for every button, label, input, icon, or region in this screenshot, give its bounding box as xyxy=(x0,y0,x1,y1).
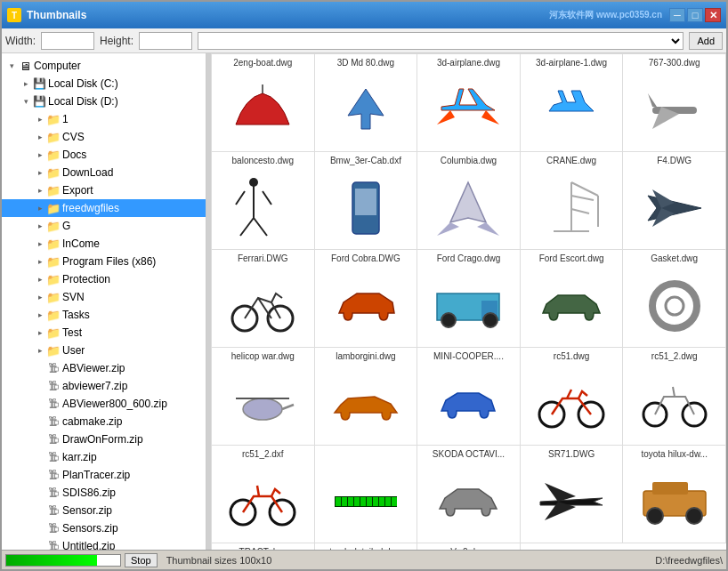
tree-item-abviewer-zip[interactable]: 🗜ABViewer.zip xyxy=(2,359,206,377)
thumbnail-label: toyota hilux-dw... xyxy=(627,449,722,462)
thumbnail-image xyxy=(627,366,722,441)
thumbnail-image xyxy=(524,463,619,539)
thumbnail-image xyxy=(421,463,516,539)
thumbnail-cell[interactable]: Vw2.dwg xyxy=(417,543,521,550)
tree-item-local-c[interactable]: ▸💾Local Disk (C:) xyxy=(2,75,206,92)
expand-icon xyxy=(34,451,46,463)
tree-item-sensors-zip[interactable]: 🗜Sensors.zip xyxy=(2,519,206,537)
item-icon: 🗜 xyxy=(46,361,61,375)
tree-item-freedwgfiles[interactable]: ▸📁freedwgfiles xyxy=(2,199,206,217)
item-label: freedwgfiles xyxy=(62,202,119,214)
thumbnail-cell[interactable]: baloncesto.dwg xyxy=(212,152,315,250)
tree-item-computer[interactable]: ▾🖥Computer xyxy=(2,57,206,75)
thumbnail-cell[interactable]: Ferrari.DWG xyxy=(212,250,315,348)
tree-item-sensor-zip[interactable]: 🗜Sensor.zip xyxy=(2,502,206,519)
stop-button[interactable]: Stop xyxy=(125,553,158,567)
thumbnail-cell[interactable]: Ford Crago.dwg xyxy=(417,250,521,348)
thumbnail-image xyxy=(215,463,311,539)
app-icon: T xyxy=(7,8,21,22)
thumbnail-cell[interactable]: truck-detailed.dwg xyxy=(315,543,418,550)
tree-item-cvs[interactable]: ▸📁CVS xyxy=(2,128,206,146)
item-icon: 📁 xyxy=(46,343,61,358)
expand-icon: ▾ xyxy=(20,95,32,108)
tree-item-1[interactable]: ▸📁1 xyxy=(2,110,206,128)
svg-point-42 xyxy=(686,508,702,524)
thumbnail-cell[interactable]: SKODA OCTAVI... xyxy=(417,446,521,543)
thumbnail-cell[interactable]: 2eng-boat.dwg xyxy=(212,54,315,152)
tree-item-svn[interactable]: ▸📁SVN xyxy=(2,288,206,306)
maximize-button[interactable]: □ xyxy=(687,8,703,22)
tree-item-download[interactable]: ▸📁DownLoad xyxy=(2,164,206,181)
tree-item-plantracer-zip[interactable]: 🗜PlanTracer.zip xyxy=(2,466,206,484)
item-label: Local Disk (C:) xyxy=(48,77,118,90)
height-input[interactable] xyxy=(139,32,192,50)
thumbnail-cell[interactable]: Ford Escort.dwg xyxy=(521,250,624,348)
tree-item-test[interactable]: ▸📁Test xyxy=(2,324,206,342)
thumbnail-label: Ferrari.DWG xyxy=(215,253,311,266)
tree-item-programfiles[interactable]: ▸📁Program Files (x86) xyxy=(2,253,206,270)
thumbnail-grid: 2eng-boat.dwg3D Md 80.dwg3d-airplane.dwg… xyxy=(211,53,726,550)
thumbnail-image xyxy=(421,170,516,245)
tree-item-protection[interactable]: ▸📁Protection xyxy=(2,270,206,288)
thumbnail-cell[interactable]: Bmw_3er-Cab.dxf xyxy=(315,152,418,250)
expand-icon xyxy=(34,433,46,446)
tree-item-user[interactable]: ▸📁User xyxy=(2,342,206,359)
minimize-button[interactable]: ─ xyxy=(669,8,685,22)
thumbnail-cell[interactable]: Gasket.dwg xyxy=(623,250,726,348)
thumbnail-cell[interactable]: rc51_2.dxf xyxy=(212,446,315,543)
main-window: T Thumbnails 河东软件网 www.pc0359.cn ─ □ ✕ W… xyxy=(0,0,728,571)
tree-item-abviewer7-zip[interactable]: 🗜abviewer7.zip xyxy=(2,377,206,395)
svg-point-16 xyxy=(483,313,497,327)
thumbnail-cell[interactable]: rc51.dwg xyxy=(521,348,624,446)
thumbnail-cell[interactable]: 767-300.dwg xyxy=(623,54,726,152)
thumbnail-cell[interactable]: Ford Cobra.DWG xyxy=(315,250,418,348)
item-icon: 🗜 xyxy=(46,486,61,500)
thumbnail-cell[interactable]: SR71.DWG xyxy=(521,446,624,543)
thumbnail-cell[interactable]: 3d-airplane-1.dwg xyxy=(521,54,624,152)
thumbnail-cell[interactable]: 3D Md 80.dwg xyxy=(315,54,418,152)
thumbnail-label: Ford Cobra.DWG xyxy=(319,253,414,266)
item-icon: 📁 xyxy=(46,148,61,162)
tree-item-abviewer800-zip[interactable]: 🗜ABViewer800_600.zip xyxy=(2,395,206,413)
item-label: Program Files (x86) xyxy=(62,255,156,268)
width-input[interactable] xyxy=(41,32,94,50)
tree-item-export[interactable]: ▸📁Export xyxy=(2,181,206,199)
tree-item-sdis86-zip[interactable]: 🗜SDIS86.zip xyxy=(2,484,206,502)
thumbnail-cell[interactable]: MINI-COOPER.... xyxy=(417,348,521,446)
item-icon: 🗜 xyxy=(46,450,61,464)
thumbnail-cell[interactable]: lamborgini.dwg xyxy=(315,348,418,446)
thumbnail-cell[interactable]: TRACT.dwg xyxy=(212,543,315,550)
svg-rect-35 xyxy=(373,497,378,506)
thumbnail-label: rc51_2.dwg xyxy=(627,351,722,364)
format-select[interactable] xyxy=(198,32,684,50)
svg-rect-4 xyxy=(355,189,376,215)
thumbnail-cell[interactable]: CRANE.dwg xyxy=(521,152,624,250)
tree-item-untitled-zip[interactable]: 🗜Untitled.zip xyxy=(2,537,206,550)
tree-item-g[interactable]: ▸📁G xyxy=(2,217,206,235)
tree-item-drawonform-zip[interactable]: 🗜DrawOnForm.zip xyxy=(2,430,206,448)
close-button[interactable]: ✕ xyxy=(705,8,721,22)
thumbnail-cell[interactable]: 3d-airplane.dwg xyxy=(417,54,521,152)
thumbnail-cell[interactable]: rc51_2.dwg xyxy=(623,348,726,446)
thumbnail-cell[interactable]: F4.DWG xyxy=(623,152,726,250)
tree-item-income[interactable]: ▸📁InCome xyxy=(2,235,206,253)
tree-item-cabmake-zip[interactable]: 🗜cabmake.zip xyxy=(2,413,206,430)
thumbnail-cell[interactable]: Columbia.dwg xyxy=(417,152,521,250)
item-icon: 🗜 xyxy=(46,379,61,393)
svg-point-19 xyxy=(243,398,282,420)
thumbnail-cell[interactable]: helicop war.dwg xyxy=(212,348,315,446)
tree-item-local-d[interactable]: ▾💾Local Disk (D:) xyxy=(2,92,206,110)
item-label: Sensors.zip xyxy=(62,522,118,535)
tree-item-docs[interactable]: ▸📁Docs xyxy=(2,146,206,164)
tree-item-karr-zip[interactable]: 🗜karr.zip xyxy=(2,448,206,466)
svg-rect-34 xyxy=(367,497,372,506)
thumbnail-cell[interactable] xyxy=(315,446,418,543)
svg-rect-40 xyxy=(652,482,688,495)
item-icon: 🗜 xyxy=(46,397,61,411)
thumbnail-cell[interactable]: toyota hilux-dw... xyxy=(623,446,726,543)
add-button[interactable]: Add xyxy=(689,32,723,50)
svg-point-17 xyxy=(652,284,697,328)
expand-icon: ▸ xyxy=(34,237,46,250)
thumbnail-panel[interactable]: 2eng-boat.dwg3D Md 80.dwg3d-airplane.dwg… xyxy=(211,53,726,550)
tree-item-tasks[interactable]: ▸📁Tasks xyxy=(2,306,206,324)
